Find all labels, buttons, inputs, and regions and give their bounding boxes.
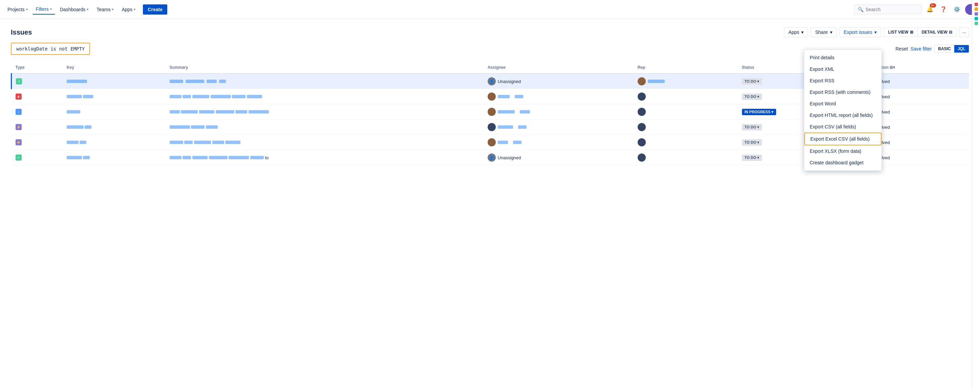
list-view-button[interactable]: LIST VIEW ⊞	[884, 28, 918, 37]
nav-left: Projects ▾ Filters ▾ Dashboards ▾ Teams …	[4, 5, 167, 14]
reporter-avatar	[638, 123, 646, 131]
assignee-avatar	[488, 138, 496, 147]
dropdown-create-gadget[interactable]: Create dashboard gadget	[804, 157, 881, 168]
sidebar-dot-1[interactable]	[975, 3, 978, 6]
dropdown-export-rss[interactable]: Export RSS	[804, 75, 881, 86]
type-cell: ↑	[11, 104, 63, 120]
reporter-avatar	[638, 108, 646, 116]
dropdown-print-details[interactable]: Print details	[804, 52, 881, 63]
status-badge[interactable]: TO DO ▾	[742, 94, 762, 100]
assignee-name: Unassigned	[498, 79, 521, 84]
summary-blurred-1	[170, 80, 183, 83]
dropdown-export-html[interactable]: Export HTML report (all fields)	[804, 110, 881, 121]
filter-query-box[interactable]: worklogDate is not EMPTY	[11, 43, 90, 55]
status-badge[interactable]: TO DO ▾	[742, 139, 762, 146]
nav-filters[interactable]: Filters ▾	[32, 5, 55, 14]
notification-badge: 9+	[930, 3, 936, 8]
reporter-cell	[633, 89, 738, 104]
summary-cell	[165, 120, 484, 135]
export-issues-button[interactable]: Export issues ▾	[840, 27, 881, 37]
reporter-avatar	[638, 138, 646, 147]
col-key: Key	[63, 62, 165, 73]
type-bug-icon: ●	[16, 94, 22, 100]
projects-chevron-icon: ▾	[26, 8, 28, 11]
resolution-col-icon[interactable]: ⊞▾	[889, 65, 895, 70]
summary-blurred-2	[186, 80, 204, 83]
summary-cell: to	[165, 150, 484, 165]
assignee-avatar	[488, 92, 496, 100]
dropdown-export-csv[interactable]: Export CSV (all fields)	[804, 121, 881, 132]
sidebar-dot-3[interactable]	[975, 12, 978, 16]
nav-apps-label: Apps	[122, 7, 132, 12]
apps-button-label: Apps	[788, 29, 799, 35]
reporter-avatar	[638, 92, 646, 100]
assignee-cell: 👤 Unassigned	[484, 73, 633, 89]
col-reporter: Rep	[633, 62, 738, 73]
nav-projects[interactable]: Projects ▾	[4, 5, 31, 14]
reporter-cell	[633, 150, 738, 165]
nav-apps[interactable]: Apps ▾	[118, 5, 139, 14]
export-issues-label: Export issues	[844, 29, 872, 35]
notifications-button[interactable]: 🔔 9+	[924, 4, 935, 15]
view-mode-toggle: BASIC JQL	[934, 45, 969, 53]
status-badge[interactable]: TO DO ▾	[742, 155, 762, 161]
apps-chevron-icon: ▾	[801, 29, 803, 35]
sidebar-dot-5[interactable]	[975, 22, 978, 25]
reporter-cell	[633, 73, 738, 89]
jql-mode-button[interactable]: JQL	[954, 45, 969, 53]
reporter-avatar	[638, 77, 646, 85]
detail-view-button[interactable]: DETAIL VIEW ⊟	[918, 28, 956, 37]
assignee-cell	[484, 135, 633, 150]
assignee-avatar: 👤	[488, 77, 496, 85]
share-button[interactable]: Share ▾	[811, 27, 837, 37]
share-button-label: Share	[815, 29, 827, 35]
teams-chevron-icon: ▾	[112, 8, 113, 11]
reset-button[interactable]: Reset	[895, 46, 908, 51]
dropdown-export-word[interactable]: Export Word	[804, 98, 881, 110]
help-button[interactable]: ❓	[938, 4, 949, 15]
dashboards-chevron-icon: ▾	[87, 8, 88, 11]
assignee-name: Unassigned	[498, 155, 521, 160]
summary-cell	[165, 104, 484, 120]
type-task-icon: ↑	[16, 109, 22, 115]
summary-cell	[165, 73, 484, 89]
nav-dashboards[interactable]: Dashboards ▾	[57, 5, 92, 14]
nav-dashboards-label: Dashboards	[60, 7, 86, 12]
assignee-avatar	[488, 123, 496, 131]
col-assignee: Assignee	[484, 62, 633, 73]
dropdown-export-excel-csv[interactable]: Export Excel CSV (all fields)	[804, 132, 881, 145]
sidebar-dot-2[interactable]	[975, 8, 978, 11]
settings-button[interactable]: ⚙️	[951, 4, 963, 15]
nav-teams[interactable]: Teams ▾	[93, 5, 117, 14]
dropdown-export-xml[interactable]: Export XML	[804, 63, 881, 75]
basic-mode-button[interactable]: BASIC	[935, 45, 954, 53]
apps-button[interactable]: Apps ▾	[784, 27, 808, 37]
dropdown-export-rss-comments[interactable]: Export RSS (with comments)	[804, 86, 881, 98]
key-cell	[63, 89, 165, 104]
more-options-button[interactable]: ···	[959, 27, 969, 37]
summary-cell	[165, 135, 484, 150]
nav-teams-label: Teams	[97, 7, 110, 12]
create-button[interactable]: Create	[143, 5, 167, 14]
detail-view-label: DETAIL VIEW	[922, 30, 948, 35]
save-filter-button[interactable]: Save filter	[911, 46, 932, 51]
key-cell	[63, 73, 165, 89]
nav-right: 🔍 🔔 9+ ❓ ⚙️	[854, 4, 976, 15]
status-badge[interactable]: TO DO ▾	[742, 78, 762, 85]
reporter-cell	[633, 104, 738, 120]
search-icon: 🔍	[858, 7, 864, 12]
dropdown-export-xlsx[interactable]: Export XLSX (form data)	[804, 145, 881, 157]
key-cell	[63, 150, 165, 165]
apps-chevron-icon: ▾	[134, 8, 135, 11]
sidebar-dot-4[interactable]	[975, 17, 978, 20]
type-cell: ⚡	[11, 120, 63, 135]
search-input[interactable]	[865, 7, 913, 12]
key-blurred	[67, 80, 87, 83]
key-cell	[63, 120, 165, 135]
share-chevron-icon: ▾	[830, 29, 832, 35]
search-box[interactable]: 🔍	[854, 5, 922, 14]
main-content: Issues Apps ▾ Share ▾ Export issues ▾ LI…	[0, 19, 980, 389]
detail-view-icon: ⊟	[949, 30, 952, 35]
status-badge[interactable]: TO DO ▾	[742, 124, 762, 131]
status-badge[interactable]: IN PROGRESS ▾	[742, 109, 776, 115]
